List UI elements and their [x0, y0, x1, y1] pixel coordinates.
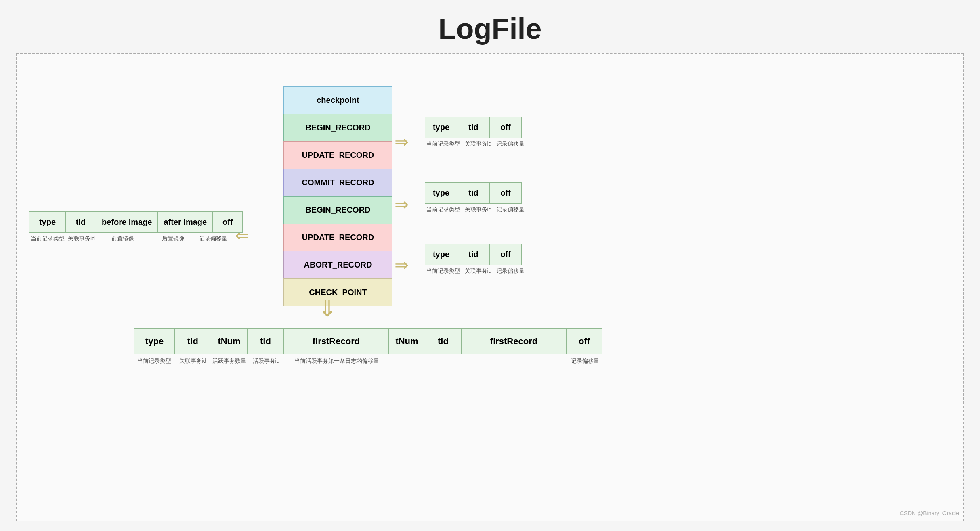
- bot-label-tid1: 关联事务id: [174, 357, 211, 366]
- arrow-update-left: ⇐: [235, 226, 249, 245]
- update-record-labels: 当前记录类型 关联事务id 前置镜像 后置镜像 记录偏移量: [29, 234, 243, 243]
- label-tid-2: 关联事务id: [462, 205, 494, 214]
- cell-off-2: off: [489, 182, 522, 204]
- bot-label-tid2: 活跃事务id: [248, 357, 284, 366]
- watermark: CSDN @Binary_Oracle: [900, 510, 959, 516]
- bot-label-firstrecord1: 当前活跃事务第一条日志的偏移量: [284, 357, 389, 366]
- bot-cell-tid3: tid: [425, 328, 461, 354]
- begin-record-labels: 当前记录类型 关联事务id 记录偏移量: [425, 140, 527, 148]
- right-box-begin: type tid off 当前记录类型 关联事务id 记录偏移量: [425, 117, 527, 155]
- checkpoint-labels: 当前记录类型 关联事务id 活跃事务数量 活跃事务id 当前活跃事务第一条日志的…: [134, 357, 603, 366]
- log-record-4: BEGIN_RECORD: [283, 196, 392, 224]
- abort-record-labels: 当前记录类型 关联事务id 记录偏移量: [425, 267, 527, 276]
- left-cell-type: type: [29, 211, 65, 233]
- log-column: checkpointBEGIN_RECORDUPDATE_RECORDCOMMI…: [283, 86, 392, 306]
- arrow-checkpoint-down: ⇓: [318, 295, 337, 322]
- label-tid-3: 关联事务id: [462, 267, 494, 276]
- page-title: LogFile: [0, 0, 980, 53]
- cell-type-2: type: [425, 182, 457, 204]
- left-label-before: 前置镜像: [97, 234, 149, 243]
- commit-record-cells: type tid off: [425, 182, 522, 204]
- update-record-cells: type tid before image after image off: [29, 211, 243, 233]
- bot-cell-tnum2: tNum: [388, 328, 425, 354]
- bot-label-tid3: [426, 357, 462, 366]
- bot-cell-firstrecord1: firstRecord: [283, 328, 388, 354]
- checkpoint-cells: type tid tNum tid firstRecord tNum tid f…: [134, 328, 603, 354]
- label-off-3: 记录偏移量: [494, 267, 527, 276]
- cell-type-1: type: [425, 117, 457, 138]
- bot-cell-tid1: tid: [174, 328, 211, 354]
- bot-label-tnum1: 活跃事务数量: [211, 357, 248, 366]
- log-record-1: BEGIN_RECORD: [283, 114, 392, 141]
- left-cell-after: after image: [157, 211, 212, 233]
- bot-cell-firstrecord2: firstRecord: [461, 328, 566, 354]
- cell-tid-2: tid: [457, 182, 489, 204]
- label-type-1: 当前记录类型: [425, 140, 462, 148]
- left-label-tid: 关联事务id: [66, 234, 97, 243]
- label-type-3: 当前记录类型: [425, 267, 462, 276]
- cell-tid-3: tid: [457, 244, 489, 265]
- log-record-5: UPDATE_RECORD: [283, 224, 392, 251]
- right-box-abort: type tid off 当前记录类型 关联事务id 记录偏移量: [425, 244, 527, 282]
- bot-label-off: 记录偏移量: [567, 357, 603, 366]
- left-label-type: 当前记录类型: [29, 234, 66, 243]
- bot-cell-type: type: [134, 328, 174, 354]
- bot-cell-tnum1: tNum: [211, 328, 247, 354]
- arrow-abort-right: ⇒: [395, 255, 409, 275]
- bottom-box-checkpoint: type tid tNum tid firstRecord tNum tid f…: [134, 328, 603, 366]
- label-off-1: 记录偏移量: [494, 140, 527, 148]
- left-label-after: 后置镜像: [149, 234, 197, 243]
- cell-type-3: type: [425, 244, 457, 265]
- abort-record-cells: type tid off: [425, 244, 522, 265]
- bot-label-tnum2: [389, 357, 426, 366]
- bot-cell-tid2: tid: [247, 328, 283, 354]
- label-off-2: 记录偏移量: [494, 205, 527, 214]
- commit-record-labels: 当前记录类型 关联事务id 记录偏移量: [425, 205, 527, 214]
- begin-record-cells: type tid off: [425, 117, 522, 138]
- right-box-commit: type tid off 当前记录类型 关联事务id 记录偏移量: [425, 182, 527, 221]
- left-cell-tid: tid: [65, 211, 96, 233]
- bot-label-type: 当前记录类型: [134, 357, 174, 366]
- cell-off-1: off: [489, 117, 522, 138]
- log-record-2: UPDATE_RECORD: [283, 141, 392, 169]
- log-record-7: CHECK_POINT: [283, 278, 392, 306]
- label-type-2: 当前记录类型: [425, 205, 462, 214]
- log-record-0: checkpoint: [283, 86, 392, 114]
- arrow-commit-right: ⇒: [395, 194, 409, 214]
- log-record-6: ABORT_RECORD: [283, 251, 392, 278]
- cell-tid-1: tid: [457, 117, 489, 138]
- left-box-update: type tid before image after image off 当前…: [29, 211, 243, 243]
- log-record-3: COMMIT_RECORD: [283, 169, 392, 196]
- bot-label-firstrecord2: [462, 357, 567, 366]
- main-container: checkpointBEGIN_RECORDUPDATE_RECORDCOMMI…: [16, 53, 964, 521]
- arrow-begin-right: ⇒: [395, 132, 409, 152]
- label-tid-1: 关联事务id: [462, 140, 494, 148]
- bot-cell-off: off: [566, 328, 602, 354]
- cell-off-3: off: [489, 244, 522, 265]
- left-label-off: 记录偏移量: [197, 234, 229, 243]
- left-cell-before: before image: [96, 211, 157, 233]
